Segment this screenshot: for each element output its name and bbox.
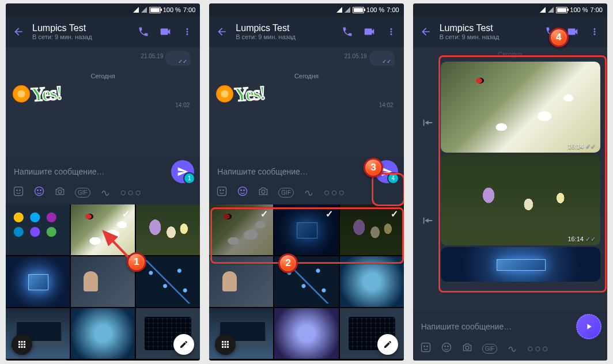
sent-image-3[interactable] [441,247,600,282]
gallery-thumb[interactable] [6,256,70,307]
more-button[interactable] [383,24,399,40]
gallery-thumb[interactable] [6,204,70,255]
gif-icon[interactable]: GIF [278,188,294,198]
gallery-thumb[interactable] [340,256,404,307]
signal-icon [336,7,342,13]
gallery-thumb[interactable] [209,256,273,307]
presence-text: В сети: 9 мин. назад [32,33,130,40]
camera-icon[interactable] [461,342,473,356]
check-icon: ✓ [258,208,270,219]
status-bar: 100 % 7:00 [413,3,607,16]
contact-name[interactable]: Lumpics Test [236,23,333,33]
contact-name[interactable]: Lumpics Test [440,23,537,33]
gallery-thumb-selected[interactable]: ✓ [340,204,404,255]
prev-date-chip: 21.05.19 [141,53,163,59]
svg-point-19 [444,346,445,347]
msg-time: 16:14 [567,143,584,150]
gallery-thumb-selected[interactable]: ✓ [209,204,273,255]
more-button[interactable] [179,24,195,40]
svg-line-7 [104,232,131,260]
message-input[interactable]: Напишите сообщение… [12,162,171,181]
signal-icon [141,7,147,13]
gallery-edit-button[interactable] [377,334,398,355]
gif-icon[interactable]: GIF [482,344,498,354]
gallery-panel-icon[interactable] [441,342,452,356]
presence-text: В сети: 9 мин. назад [440,33,537,40]
send-button[interactable]: 1 [171,160,194,183]
sent-image-2[interactable]: 16:14✓✓ [441,154,600,245]
back-button[interactable] [214,24,230,40]
more-icon[interactable]: ○○○ [120,187,143,199]
doodle-icon[interactable] [303,185,315,200]
chat-area[interactable]: 21.05.19 Сегодня Yes! 14:02 [6,47,200,157]
voice-call-button[interactable] [339,24,355,40]
contact-name[interactable]: Lumpics Test [32,23,130,33]
prev-message-bubble[interactable] [165,51,191,66]
callout-4: 4 [549,28,569,47]
battery-pct: 100 % [366,6,384,13]
clock: 7:00 [591,6,603,13]
sticker-time: 14:02 [175,102,190,108]
sticker-message[interactable]: Yes! 14:02 [209,82,403,106]
clock: 7:00 [183,6,195,13]
svg-point-20 [447,346,448,347]
gallery-all-button[interactable] [12,334,32,355]
gallery-thumb[interactable] [274,308,338,359]
gallery-thumb[interactable] [71,308,135,359]
prev-message-bubble[interactable] [369,51,395,66]
send-badge: 1 [183,172,195,184]
video-call-button[interactable] [157,24,173,40]
gallery-panel-icon[interactable] [237,185,248,200]
gallery-thumb-selected[interactable]: ✓ [274,204,338,255]
sticker-panel-icon[interactable] [13,185,24,200]
svg-point-14 [262,190,265,194]
chat-area[interactable]: Сегодня 16:14✓✓ 16:14✓✓ [413,47,607,310]
more-icon[interactable]: ○○○ [527,343,550,355]
voice-message-button[interactable] [576,314,601,339]
sticker-panel-icon[interactable] [216,185,228,200]
svg-rect-8 [218,187,226,196]
sticker-panel-icon[interactable] [420,342,432,356]
sent-image-1[interactable]: 16:14✓✓ [441,62,600,153]
gallery-thumb[interactable] [136,204,200,255]
voice-call-button[interactable] [135,24,152,40]
svg-point-3 [35,187,44,196]
prev-date-chip: 21.05.19 [345,53,367,59]
gif-icon[interactable]: GIF [75,188,90,198]
clock: 7:00 [387,6,399,13]
app-bar: Lumpics Test В сети: 9 мин. назад [413,16,607,47]
back-button[interactable] [10,24,27,40]
check-icon: ✓ [324,208,335,219]
svg-rect-0 [14,187,23,196]
share-icon[interactable] [421,214,435,228]
signal-icon [548,7,554,13]
message-input[interactable]: Напишите сообщение… [419,317,576,336]
svg-point-18 [442,343,451,352]
panel-2: 100 % 7:00 Lumpics Test В сети: 9 мин. н… [209,3,403,361]
gallery-panel-icon[interactable] [33,185,45,200]
check-icon: ✓ [120,208,131,219]
doodle-icon[interactable] [100,185,111,200]
video-call-button[interactable] [361,24,377,40]
doodle-icon[interactable] [506,342,518,356]
orange-icon [216,85,233,103]
message-input[interactable]: Напишите сообщение… [215,162,374,181]
sticker-message[interactable]: Yes! 14:02 [6,82,200,106]
back-button[interactable] [418,24,434,40]
svg-rect-15 [421,343,430,352]
share-icon[interactable] [421,116,435,130]
more-button[interactable] [586,24,603,40]
status-bar: 100 % 7:00 [6,3,200,16]
app-bar: Lumpics Test В сети: 9 мин. назад [6,16,200,47]
camera-icon[interactable] [258,185,269,200]
chat-area[interactable]: 21.05.19 Сегодня Yes! 14:02 [209,47,403,157]
svg-point-13 [244,190,245,191]
svg-point-21 [466,346,469,350]
today-chip: Сегодня [209,70,403,82]
battery-pct: 100 % [570,6,588,13]
more-icon[interactable]: ○○○ [324,187,346,199]
sticker-text: Yes! [31,82,62,106]
camera-icon[interactable] [54,185,66,200]
battery-icon [556,7,567,13]
gallery-grid: ✓ ✓ ✓ [209,204,403,361]
